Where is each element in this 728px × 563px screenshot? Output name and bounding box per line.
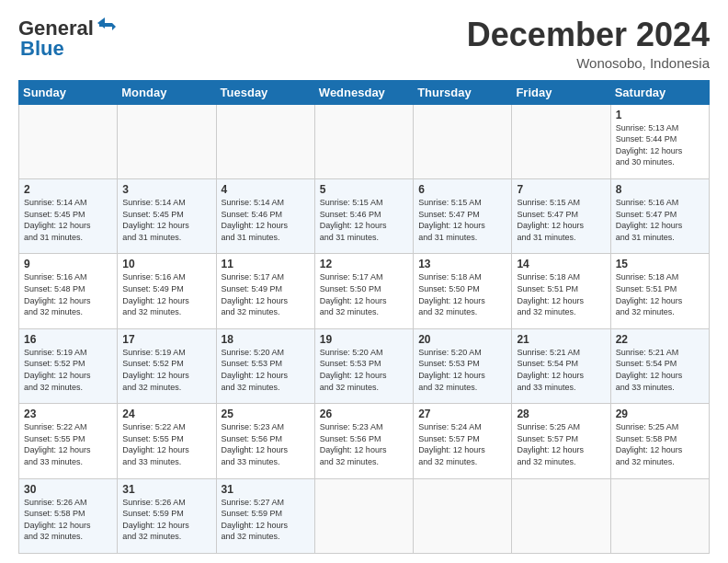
page: General Blue December 2024 Wonosobo, Ind…: [0, 0, 728, 563]
table-row: 30 Sunrise: 5:26 AMSunset: 5:58 PMDaylig…: [19, 478, 710, 553]
day-cell-19: 19 Sunrise: 5:20 AMSunset: 5:53 PMDaylig…: [314, 328, 413, 403]
table-row: 2 Sunrise: 5:14 AMSunset: 5:45 PMDayligh…: [19, 178, 710, 253]
col-sunday: Sunday: [19, 80, 118, 104]
day-content: Sunrise: 5:25 AMSunset: 5:58 PMDaylight:…: [616, 421, 704, 467]
day-number: 22: [616, 333, 704, 346]
day-cell-25: 25 Sunrise: 5:23 AMSunset: 5:56 PMDaylig…: [216, 404, 314, 478]
day-number: 11: [222, 258, 310, 270]
day-number: 18: [222, 333, 310, 346]
day-content: Sunrise: 5:20 AMSunset: 5:53 PMDaylight:…: [222, 347, 310, 393]
day-number: 20: [418, 333, 506, 346]
day-cell-5: 5 Sunrise: 5:15 AMSunset: 5:46 PMDayligh…: [314, 178, 413, 253]
day-cell-1: 1 Sunrise: 5:13 AMSunset: 5:44 PMDayligh…: [610, 104, 709, 178]
day-content: Sunrise: 5:21 AMSunset: 5:54 PMDaylight:…: [616, 347, 704, 393]
day-content: Sunrise: 5:15 AMSunset: 5:47 PMDaylight:…: [517, 197, 605, 243]
day-content: Sunrise: 5:16 AMSunset: 5:47 PMDaylight:…: [616, 197, 704, 243]
logo-blue: Blue: [20, 37, 64, 61]
day-cell-3: 3 Sunrise: 5:14 AMSunset: 5:45 PMDayligh…: [118, 178, 216, 253]
col-friday: Friday: [512, 80, 610, 104]
day-content: Sunrise: 5:22 AMSunset: 5:55 PMDaylight:…: [122, 421, 210, 467]
day-cell-14: 14 Sunrise: 5:18 AMSunset: 5:51 PMDaylig…: [512, 254, 610, 328]
day-cell-4: 4 Sunrise: 5:14 AMSunset: 5:46 PMDayligh…: [216, 178, 314, 253]
calendar-table: Sunday Monday Tuesday Wednesday Thursday…: [18, 80, 710, 554]
empty-cell: [118, 104, 216, 178]
day-number: 10: [122, 258, 210, 270]
day-number: 4: [222, 183, 310, 196]
day-cell-8: 8 Sunrise: 5:16 AMSunset: 5:47 PMDayligh…: [610, 178, 709, 253]
day-number: 7: [517, 183, 605, 196]
day-number: 5: [320, 183, 408, 196]
day-number: 27: [418, 408, 506, 420]
day-cell-16: 16 Sunrise: 5:19 AMSunset: 5:52 PMDaylig…: [19, 328, 118, 403]
day-cell-10: 10 Sunrise: 5:16 AMSunset: 5:49 PMDaylig…: [118, 254, 216, 328]
empty-cell: [414, 104, 512, 178]
day-content: Sunrise: 5:18 AMSunset: 5:51 PMDaylight:…: [517, 271, 605, 317]
day-content: Sunrise: 5:16 AMSunset: 5:48 PMDaylight:…: [24, 271, 112, 317]
day-number: 21: [517, 333, 605, 346]
day-content: Sunrise: 5:15 AMSunset: 5:47 PMDaylight:…: [418, 197, 506, 243]
col-tuesday: Tuesday: [216, 80, 314, 104]
day-number: 3: [122, 183, 210, 196]
day-content: Sunrise: 5:24 AMSunset: 5:57 PMDaylight:…: [418, 421, 506, 467]
day-content: Sunrise: 5:23 AMSunset: 5:56 PMDaylight:…: [222, 421, 310, 467]
day-cell-17: 17 Sunrise: 5:19 AMSunset: 5:52 PMDaylig…: [118, 328, 216, 403]
day-content: Sunrise: 5:14 AMSunset: 5:45 PMDaylight:…: [122, 197, 210, 243]
day-content: Sunrise: 5:14 AMSunset: 5:46 PMDaylight:…: [222, 197, 310, 243]
day-number: 15: [616, 258, 704, 270]
day-number: 17: [122, 333, 210, 346]
empty-cell: [314, 104, 413, 178]
empty-cell: [314, 478, 413, 553]
day-number: 24: [122, 408, 210, 420]
day-number: 31: [222, 483, 310, 496]
day-cell-6: 6 Sunrise: 5:15 AMSunset: 5:47 PMDayligh…: [414, 178, 512, 253]
day-cell-2: 2 Sunrise: 5:14 AMSunset: 5:45 PMDayligh…: [19, 178, 118, 253]
day-cell-30: 30 Sunrise: 5:26 AMSunset: 5:58 PMDaylig…: [19, 478, 118, 553]
day-content: Sunrise: 5:16 AMSunset: 5:49 PMDaylight:…: [122, 271, 210, 317]
day-cell-11: 11 Sunrise: 5:17 AMSunset: 5:49 PMDaylig…: [216, 254, 314, 328]
day-content: Sunrise: 5:18 AMSunset: 5:50 PMDaylight:…: [418, 271, 506, 317]
header: General Blue December 2024 Wonosobo, Ind…: [18, 17, 710, 71]
day-cell-23: 23 Sunrise: 5:22 AMSunset: 5:55 PMDaylig…: [19, 404, 118, 478]
day-number: 14: [517, 258, 605, 270]
day-number: 2: [24, 183, 112, 196]
day-cell-27: 27 Sunrise: 5:24 AMSunset: 5:57 PMDaylig…: [414, 404, 512, 478]
calendar-header-row: Sunday Monday Tuesday Wednesday Thursday…: [19, 80, 710, 104]
day-content: Sunrise: 5:23 AMSunset: 5:56 PMDaylight:…: [320, 421, 408, 467]
day-content: Sunrise: 5:14 AMSunset: 5:45 PMDaylight:…: [24, 197, 112, 243]
day-number: 25: [222, 408, 310, 420]
main-title: December 2024: [467, 17, 710, 53]
day-content: Sunrise: 5:17 AMSunset: 5:49 PMDaylight:…: [222, 271, 310, 317]
day-cell-29: 29 Sunrise: 5:25 AMSunset: 5:58 PMDaylig…: [610, 404, 709, 478]
day-cell-20: 20 Sunrise: 5:20 AMSunset: 5:53 PMDaylig…: [414, 328, 512, 403]
table-row: 9 Sunrise: 5:16 AMSunset: 5:48 PMDayligh…: [19, 254, 710, 328]
svg-marker-1: [97, 17, 105, 29]
day-content: Sunrise: 5:19 AMSunset: 5:52 PMDaylight:…: [24, 347, 112, 393]
day-number: 6: [418, 183, 506, 196]
col-saturday: Saturday: [610, 80, 709, 104]
day-number: 23: [24, 408, 112, 420]
day-content: Sunrise: 5:26 AMSunset: 5:59 PMDaylight:…: [122, 497, 210, 543]
day-cell-32: 31 Sunrise: 5:27 AMSunset: 5:59 PMDaylig…: [216, 478, 314, 553]
empty-cell: [414, 478, 512, 553]
empty-cell: [19, 104, 118, 178]
day-content: Sunrise: 5:15 AMSunset: 5:46 PMDaylight:…: [320, 197, 408, 243]
day-cell-22: 22 Sunrise: 5:21 AMSunset: 5:54 PMDaylig…: [610, 328, 709, 403]
day-number: 12: [320, 258, 408, 270]
day-content: Sunrise: 5:26 AMSunset: 5:58 PMDaylight:…: [24, 497, 112, 543]
day-content: Sunrise: 5:19 AMSunset: 5:52 PMDaylight:…: [122, 347, 210, 393]
day-content: Sunrise: 5:20 AMSunset: 5:53 PMDaylight:…: [418, 347, 506, 393]
day-number: 13: [418, 258, 506, 270]
day-number: 9: [24, 258, 112, 270]
day-cell-24: 24 Sunrise: 5:22 AMSunset: 5:55 PMDaylig…: [118, 404, 216, 478]
day-number: 31: [122, 483, 210, 496]
empty-cell: [216, 104, 314, 178]
day-number: 8: [616, 183, 704, 196]
day-number: 1: [616, 109, 704, 121]
day-number: 30: [24, 483, 112, 496]
day-number: 16: [24, 333, 112, 346]
day-content: Sunrise: 5:25 AMSunset: 5:57 PMDaylight:…: [517, 421, 605, 467]
day-content: Sunrise: 5:20 AMSunset: 5:53 PMDaylight:…: [320, 347, 408, 393]
day-content: Sunrise: 5:18 AMSunset: 5:51 PMDaylight:…: [616, 271, 704, 317]
day-content: Sunrise: 5:27 AMSunset: 5:59 PMDaylight:…: [222, 497, 310, 543]
title-section: December 2024 Wonosobo, Indonesia: [467, 17, 710, 71]
